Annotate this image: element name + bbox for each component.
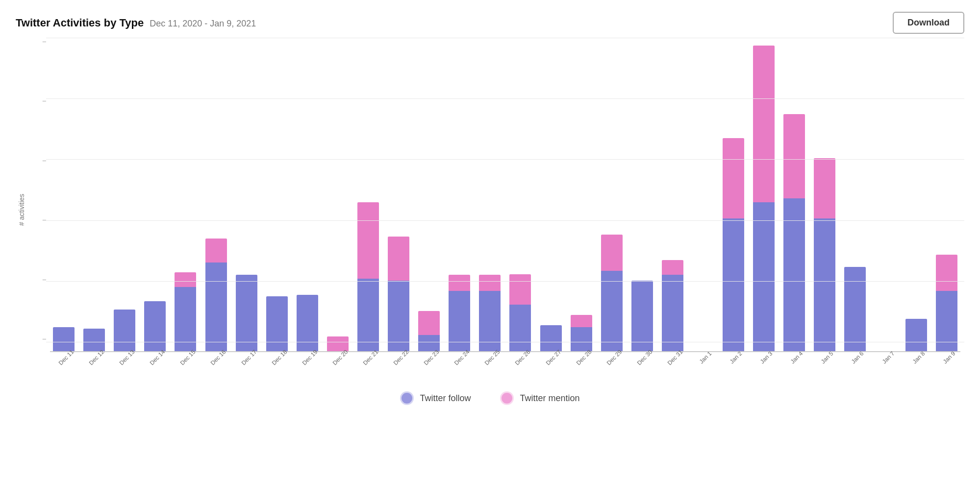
bar-group	[598, 38, 626, 351]
bar-follow	[449, 291, 470, 351]
chart-header: Twitter Activities by Type Dec 11, 2020 …	[16, 12, 964, 34]
chart-area: # activities – – – – – – Dec 11Dec 12Dec…	[16, 38, 964, 415]
bar-mention	[783, 114, 805, 198]
bar-group	[750, 38, 778, 351]
stacked-bar	[631, 281, 653, 351]
chart-title: Twitter Activities by Type	[16, 17, 144, 29]
y-tick-1: –	[31, 276, 46, 283]
bar-follow	[662, 275, 683, 351]
bar-group	[628, 38, 656, 351]
bar-group	[111, 38, 138, 351]
bar-follow	[509, 305, 531, 351]
bar-mention	[479, 275, 501, 291]
stacked-bar	[905, 319, 927, 351]
bar-group	[385, 38, 412, 351]
bar-group	[811, 38, 838, 351]
stacked-bar	[388, 237, 409, 351]
y-tick-0: –	[31, 335, 46, 342]
y-tick-3: –	[31, 157, 46, 164]
bar-follow	[357, 279, 379, 351]
bar-group	[50, 38, 77, 351]
bar-follow	[479, 291, 501, 351]
bar-mention	[418, 311, 440, 335]
bar-group	[476, 38, 503, 351]
bar-follow	[631, 281, 653, 351]
stacked-bar	[236, 275, 257, 351]
bar-group	[506, 38, 534, 351]
bar-follow	[814, 218, 835, 351]
bar-group	[903, 38, 930, 351]
stacked-bar	[844, 267, 866, 351]
bar-follow	[144, 301, 166, 351]
stacked-bar	[662, 260, 683, 351]
mention-legend-label: Twitter mention	[520, 393, 579, 404]
stacked-bar	[266, 296, 288, 351]
bar-follow	[388, 281, 409, 351]
bar-follow	[266, 296, 288, 351]
stacked-bar	[144, 301, 166, 351]
bar-mention	[357, 202, 379, 279]
stacked-bar	[814, 158, 835, 351]
x-labels: Dec 11Dec 12Dec 13Dec 14Dec 15Dec 16Dec …	[46, 352, 964, 362]
bar-mention	[601, 235, 623, 271]
stacked-bar	[449, 275, 470, 351]
bar-mention	[753, 46, 775, 202]
legend: Twitter follow Twitter mention	[16, 391, 964, 415]
bar-follow	[175, 287, 196, 351]
stacked-bar	[571, 315, 592, 351]
bar-group	[568, 38, 595, 351]
bar-group	[263, 38, 291, 351]
legend-item-mention: Twitter mention	[500, 391, 579, 405]
follow-legend-dot	[400, 391, 414, 405]
stacked-bar	[783, 114, 805, 351]
bar-group	[841, 38, 869, 351]
bar-group	[354, 38, 382, 351]
bar-mention	[509, 274, 531, 305]
y-axis: – – – – – –	[31, 38, 46, 362]
bar-follow	[783, 198, 805, 351]
chart-inner: # activities – – – – – – Dec 11Dec 12Dec…	[16, 38, 964, 362]
stacked-bar	[936, 255, 957, 351]
y-tick-5: –	[31, 38, 46, 45]
bar-mention	[936, 255, 957, 291]
bars-container	[46, 38, 964, 351]
bar-mention	[449, 275, 470, 291]
stacked-bar	[357, 202, 379, 351]
bar-follow	[936, 291, 957, 351]
bar-group	[933, 38, 960, 351]
download-button[interactable]: Download	[893, 12, 964, 34]
bar-follow	[844, 267, 866, 351]
bar-group	[202, 38, 229, 351]
stacked-bar	[297, 295, 318, 351]
bar-follow	[723, 218, 744, 351]
y-tick-4: –	[31, 97, 46, 104]
bar-follow	[297, 295, 318, 351]
bar-follow	[905, 319, 927, 351]
title-group: Twitter Activities by Type Dec 11, 2020 …	[16, 17, 256, 29]
stacked-bar	[723, 138, 744, 351]
mention-legend-dot	[500, 391, 514, 405]
bar-group	[446, 38, 473, 351]
bar-group	[233, 38, 260, 351]
follow-legend-label: Twitter follow	[420, 393, 471, 404]
y-tick-2: –	[31, 216, 46, 223]
stacked-bar	[418, 311, 440, 351]
bar-group	[324, 38, 352, 351]
bar-group	[872, 38, 900, 351]
bar-mention	[814, 158, 835, 218]
legend-item-follow: Twitter follow	[400, 391, 471, 405]
stacked-bar	[479, 275, 501, 351]
bar-mention	[175, 272, 196, 287]
date-range: Dec 11, 2020 - Jan 9, 2021	[150, 19, 256, 29]
bar-group	[80, 38, 108, 351]
bar-group	[659, 38, 686, 351]
bar-group	[172, 38, 199, 351]
bar-mention	[388, 237, 409, 281]
bar-follow	[205, 263, 227, 351]
bar-mention	[723, 138, 744, 218]
y-axis-label: # activities	[16, 38, 27, 362]
bar-follow	[236, 275, 257, 351]
stacked-bar	[601, 235, 623, 351]
stacked-bar	[175, 272, 196, 351]
stacked-bar	[205, 239, 227, 351]
